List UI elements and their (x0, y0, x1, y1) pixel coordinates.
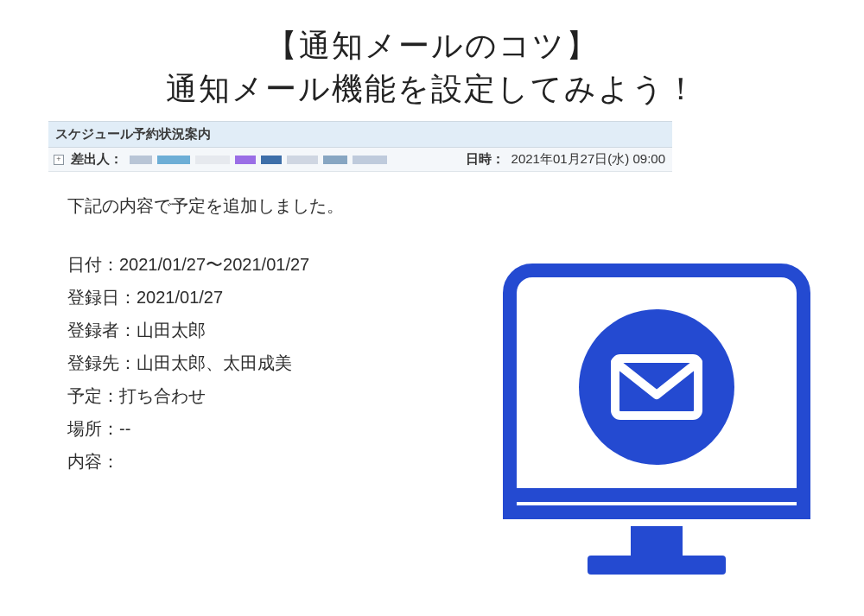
sender-label: 差出人： (71, 151, 123, 168)
heading-line-2: 通知メール機能を設定してみよう！ (0, 67, 864, 111)
email-title-bar: スケジュール予約状況案内 (48, 121, 672, 148)
datetime-value: 2021年01月27日(水) 09:00 (511, 151, 665, 168)
datetime-label: 日時： (466, 151, 505, 168)
svg-rect-1 (510, 495, 804, 512)
monitor-mail-icon (484, 236, 829, 599)
page-heading: 【通知メールのコツ】 通知メール機能を設定してみよう！ (0, 0, 864, 124)
svg-rect-2 (631, 526, 683, 556)
email-intro: 下記の内容で予定を追加しました。 (67, 189, 653, 222)
heading-line-1: 【通知メールのコツ】 (0, 24, 864, 67)
sender-redacted (130, 156, 387, 164)
svg-point-4 (579, 309, 734, 465)
svg-rect-3 (588, 556, 726, 575)
email-meta-row: + 差出人： 日時： 2021年01月27日(水) 09:00 (48, 148, 672, 172)
expand-icon[interactable]: + (54, 155, 64, 165)
